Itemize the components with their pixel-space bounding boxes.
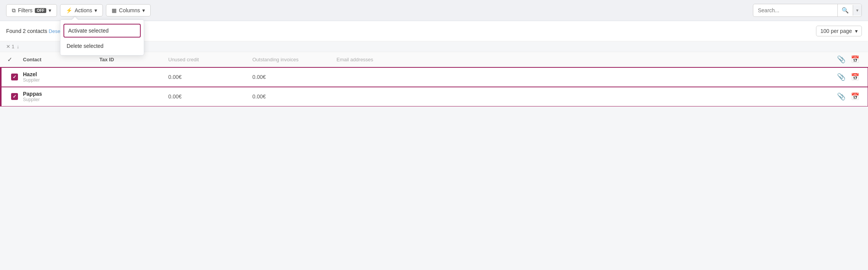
col-tax-id: Tax ID [99,57,168,62]
pappas-type: Supplier [23,97,99,102]
pappas-calendar-icon[interactable]: 📅 [848,92,862,101]
filters-label: Filters [18,7,33,13]
found-contacts-text: Found 2 contacts [6,28,47,34]
sort-count: ✕ 1 [6,44,15,49]
search-dropdown-chevron-icon: ▾ [856,8,858,13]
hazel-calendar-icon[interactable]: 📅 [848,73,862,81]
search-wrap: 🔍 ▾ [753,4,862,17]
per-page-label: 100 per page [820,28,852,34]
checkbox-pappas[interactable] [11,93,18,100]
columns-label: Columns [119,7,140,13]
row-checkbox-pappas[interactable] [6,93,23,100]
contact-hazel: Hazel Supplier [23,71,99,83]
filters-off-badge: OFF [35,8,46,13]
filters-button[interactable]: ⧉ Filters OFF ▾ [6,4,57,17]
actions-chevron-icon: ▾ [94,7,97,13]
actions-button[interactable]: ⚡ Actions ▾ [60,4,103,16]
hazel-name: Hazel [23,71,99,77]
hazel-unused-credit: 0.00€ [168,74,252,80]
col-outstanding-invoices: Outstanding invoices [252,57,336,62]
checkbox-hazel[interactable] [11,74,18,80]
actions-icon: ⚡ [66,7,72,13]
col-attachment-icon: 📎 [834,55,848,64]
col-unused-credit: Unused credit [168,57,252,62]
col-email-addresses: Email addresses [336,57,834,62]
filters-chevron-icon: ▾ [49,7,51,13]
per-page-select[interactable]: 100 per page ▾ [816,26,862,36]
hazel-attachment-icon[interactable]: 📎 [834,73,848,81]
header-checkbox[interactable]: ✓ [6,56,13,63]
pappas-unused-credit: 0.00€ [168,93,252,100]
pappas-attachment-icon[interactable]: 📎 [834,92,848,101]
col-calendar-icon: 📅 [848,55,862,64]
actions-dropdown-wrap: ⚡ Actions ▾ Activate selected Delete sel… [60,4,103,16]
search-icon-button[interactable]: 🔍 [837,4,853,16]
search-icon: 🔍 [842,7,849,13]
actions-dropdown-menu: Activate selected Delete selected [60,20,144,56]
columns-button[interactable]: ▦ Columns ▾ [106,4,151,16]
filter-icon: ⧉ [12,7,16,14]
dropdown-arrow [72,17,78,20]
pappas-name: Pappas [23,91,99,97]
table-wrap: ✓ Contact Tax ID Unused credit Outstandi… [0,52,868,106]
selected-bar [0,67,2,87]
pappas-outstanding-invoices: 0.00€ [252,93,336,100]
search-input[interactable] [753,5,837,16]
hazel-type: Supplier [23,77,99,83]
sort-arrow-icon: ↓ [17,44,20,49]
table-row: Hazel Supplier 0.00€ 0.00€ 📎 📅 [0,67,868,87]
col-contact: Contact [23,57,99,62]
contact-pappas: Pappas Supplier [23,91,99,102]
toolbar: ⧉ Filters OFF ▾ ⚡ Actions ▾ Activate sel… [0,0,868,21]
actions-label: Actions [75,7,92,13]
per-page-chevron-icon: ▾ [855,28,858,34]
search-dropdown-button[interactable]: ▾ [853,5,861,16]
hazel-outstanding-invoices: 0.00€ [252,74,336,80]
header-check-icon: ✓ [7,56,12,63]
columns-icon: ▦ [112,7,117,13]
columns-chevron-icon: ▾ [142,7,145,13]
delete-selected-item[interactable]: Delete selected [60,39,144,53]
row-checkbox-hazel[interactable] [6,74,23,80]
selected-bar [0,87,2,106]
table-row: Pappas Supplier 0.00€ 0.00€ 📎 📅 [0,87,868,106]
activate-selected-item[interactable]: Activate selected [63,24,141,38]
